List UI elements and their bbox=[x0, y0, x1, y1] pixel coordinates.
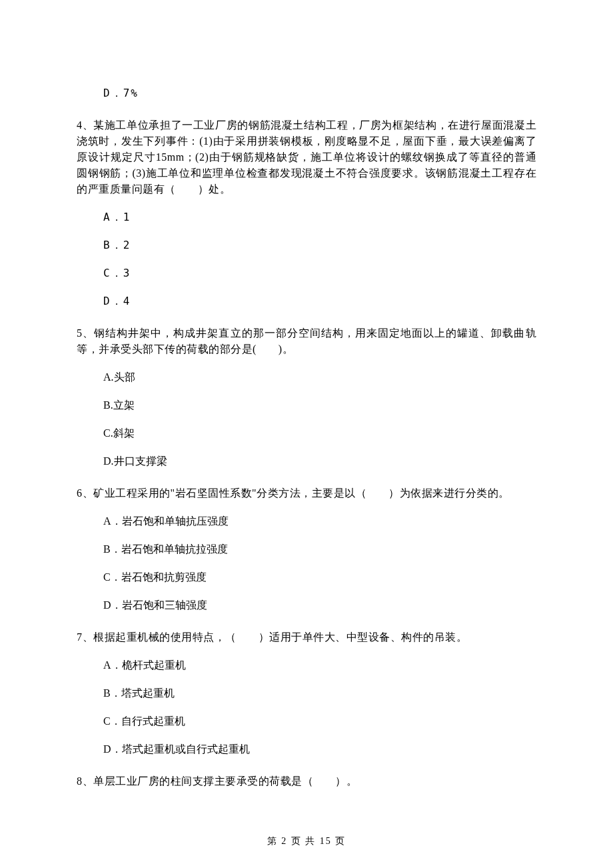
q3-option-d: D．7% bbox=[77, 85, 536, 101]
q7-option-d: D．塔式起重机或自行式起重机 bbox=[77, 741, 536, 757]
q7-option-a: A．桅杆式起重机 bbox=[77, 657, 536, 673]
q7-option-b: B．塔式起重机 bbox=[77, 685, 536, 701]
page-footer: 第 2 页 共 15 页 bbox=[0, 834, 613, 848]
document-page: D．7% 4、某施工单位承担了一工业厂房的钢筋混凝土结构工程，厂房为框架结构，在… bbox=[0, 0, 613, 868]
q4-option-d: D．4 bbox=[77, 293, 536, 309]
q4-stem: 4、某施工单位承担了一工业厂房的钢筋混凝土结构工程，厂房为框架结构，在进行屋面混… bbox=[77, 117, 536, 197]
q4-option-c: C．3 bbox=[77, 265, 536, 281]
q8-stem: 8、单层工业厂房的柱间支撑主要承受的荷载是（ ）。 bbox=[77, 773, 536, 789]
q6-stem: 6、矿业工程采用的"岩石坚固性系数"分类方法，主要是以（ ）为依据来进行分类的。 bbox=[77, 485, 536, 501]
q5-option-d: D.井口支撑梁 bbox=[77, 453, 536, 469]
q7-stem: 7、根据起重机械的使用特点，（ ）适用于单件大、中型设备、构件的吊装。 bbox=[77, 629, 536, 645]
q5-option-c: C.斜架 bbox=[77, 425, 536, 441]
q7-option-c: C．自行式起重机 bbox=[77, 713, 536, 729]
q6-option-d: D．岩石饱和三轴强度 bbox=[77, 597, 536, 613]
q5-option-a: A.头部 bbox=[77, 369, 536, 385]
q5-stem: 5、钢结构井架中，构成井架直立的那一部分空间结构，用来固定地面以上的罐道、卸载曲… bbox=[77, 325, 536, 357]
q6-option-c: C．岩石饱和抗剪强度 bbox=[77, 569, 536, 585]
q6-option-b: B．岩石饱和单轴抗拉强度 bbox=[77, 541, 536, 557]
q4-option-a: A．1 bbox=[77, 209, 536, 225]
q6-option-a: A．岩石饱和单轴抗压强度 bbox=[77, 513, 536, 529]
q4-option-b: B．2 bbox=[77, 237, 536, 253]
q5-option-b: B.立架 bbox=[77, 397, 536, 413]
